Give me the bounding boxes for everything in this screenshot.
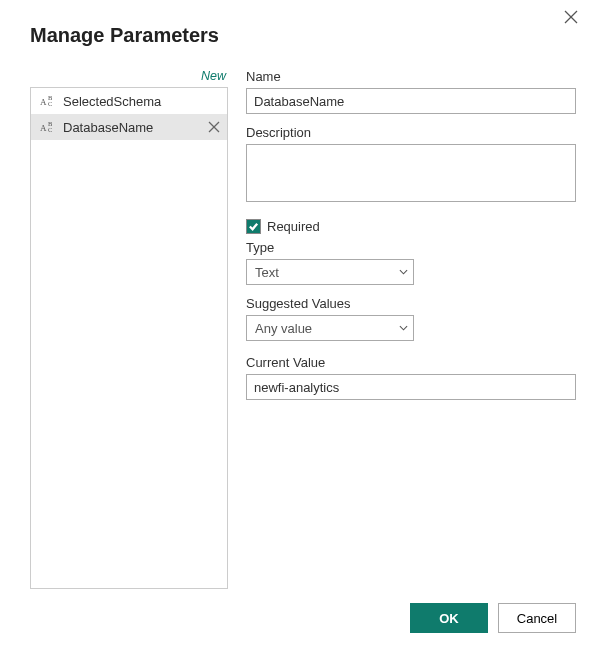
parameter-item-label: SelectedSchema	[63, 94, 221, 109]
description-input[interactable]	[246, 144, 576, 202]
text-type-icon: A B C	[39, 119, 57, 135]
parameter-form: Name Description Required Type Text	[246, 69, 576, 589]
suggested-values-value: Any value	[255, 321, 312, 336]
parameter-list: A B C SelectedSchema A B C	[30, 87, 228, 589]
parameter-item-label: DatabaseName	[63, 120, 207, 135]
svg-text:A: A	[40, 97, 47, 107]
parameter-item-selectedschema[interactable]: A B C SelectedSchema	[31, 88, 227, 114]
required-checkbox[interactable]	[246, 219, 261, 234]
parameter-item-databasename[interactable]: A B C DatabaseName	[31, 114, 227, 140]
dialog-footer: OK Cancel	[30, 589, 576, 651]
new-parameter-link[interactable]: New	[201, 69, 226, 83]
delete-parameter-icon[interactable]	[207, 120, 221, 134]
parameter-list-pane: New A B C SelectedSchema	[30, 69, 228, 589]
name-label: Name	[246, 69, 576, 84]
cancel-button[interactable]: Cancel	[498, 603, 576, 633]
suggested-values-select[interactable]: Any value	[246, 315, 414, 341]
svg-text:C: C	[48, 100, 52, 107]
current-value-label: Current Value	[246, 355, 576, 370]
close-button[interactable]	[564, 10, 584, 30]
dialog-title: Manage Parameters	[30, 24, 576, 47]
type-select[interactable]: Text	[246, 259, 414, 285]
suggested-values-label: Suggested Values	[246, 296, 576, 311]
ok-button[interactable]: OK	[410, 603, 488, 633]
required-label: Required	[267, 219, 320, 234]
type-select-value: Text	[255, 265, 279, 280]
name-input[interactable]	[246, 88, 576, 114]
description-label: Description	[246, 125, 576, 140]
type-label: Type	[246, 240, 576, 255]
manage-parameters-dialog: Manage Parameters New A B C SelectedSche…	[0, 0, 600, 651]
current-value-input[interactable]	[246, 374, 576, 400]
svg-text:C: C	[48, 126, 52, 133]
text-type-icon: A B C	[39, 93, 57, 109]
svg-text:A: A	[40, 123, 47, 133]
